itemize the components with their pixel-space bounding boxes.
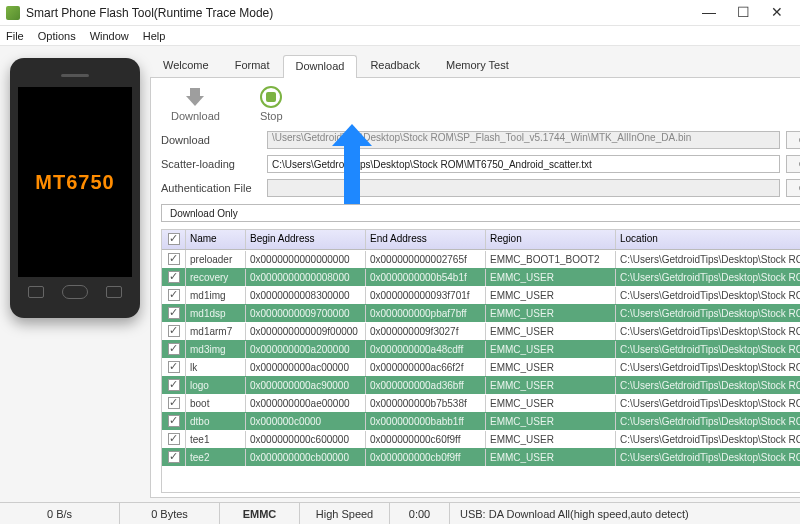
chip-label: MT6750 — [35, 171, 114, 194]
table-row[interactable]: md3img0x000000000a2000000x000000000a48cd… — [162, 340, 800, 358]
row-check[interactable] — [162, 322, 186, 340]
row-end: 0x000000000c60f9ff — [366, 431, 486, 448]
row-begin: 0x000000000cb00000 — [246, 449, 366, 466]
col-check-header[interactable] — [162, 230, 186, 249]
table-row[interactable]: md1img0x00000000083000000x000000000093f7… — [162, 286, 800, 304]
mode-select[interactable]: Download Only — [161, 204, 800, 222]
checkbox-icon[interactable] — [168, 307, 180, 319]
toolbar: Download Stop — [161, 86, 800, 128]
table-row[interactable]: tee10x000000000c6000000x000000000c60f9ff… — [162, 430, 800, 448]
row-check[interactable] — [162, 250, 186, 268]
row-region: EMMC_USER — [486, 359, 616, 376]
tab-welcome[interactable]: Welcome — [150, 54, 222, 77]
table-row[interactable]: preloader0x00000000000000000x00000000000… — [162, 250, 800, 268]
row-end: 0x000000000ad36bff — [366, 377, 486, 394]
stop-button[interactable]: Stop — [260, 86, 283, 122]
download-agent-row: Download \Users\GetdroidTips\Desktop\Sto… — [161, 131, 800, 149]
app-icon — [6, 6, 20, 20]
window-title: Smart Phone Flash Tool(Runtime Trace Mod… — [26, 6, 692, 20]
device-preview-pane: MT6750 — [0, 46, 150, 502]
minimize-button[interactable]: — — [692, 3, 726, 23]
close-button[interactable]: ✕ — [760, 3, 794, 23]
row-name: md1dsp — [186, 305, 246, 322]
row-check[interactable] — [162, 358, 186, 376]
row-name: dtbo — [186, 413, 246, 430]
row-check[interactable] — [162, 448, 186, 466]
table-row[interactable]: md1arm70x000000000009f000000x000000009f3… — [162, 322, 800, 340]
row-location: C:\Users\GetdroidTips\Desktop\Stock ROM\… — [616, 449, 800, 466]
table-row[interactable]: tee20x000000000cb000000x000000000cb0f9ff… — [162, 448, 800, 466]
status-storage: EMMC — [220, 503, 300, 524]
row-begin: 0x000000000ae00000 — [246, 395, 366, 412]
row-check[interactable] — [162, 430, 186, 448]
menu-file[interactable]: File — [6, 30, 24, 42]
col-end-header: End Address — [366, 230, 486, 249]
tab-memory-test[interactable]: Memory Test — [433, 54, 522, 77]
row-end: 0x000000000ac66f2f — [366, 359, 486, 376]
phone-speaker — [61, 74, 89, 77]
check-all-icon[interactable] — [168, 233, 180, 245]
menu-options[interactable]: Options — [38, 30, 76, 42]
table-row[interactable]: recovery0x00000000000080000x0000000000b5… — [162, 268, 800, 286]
choose-scatter[interactable]: choose — [786, 155, 800, 173]
row-check[interactable] — [162, 412, 186, 430]
download-button[interactable]: Download — [171, 86, 220, 122]
checkbox-icon[interactable] — [168, 415, 180, 427]
phone-buttons — [18, 277, 132, 299]
row-end: 0x000000000pbaf7bff — [366, 305, 486, 322]
checkbox-icon[interactable] — [168, 397, 180, 409]
checkbox-icon[interactable] — [168, 325, 180, 337]
table-row[interactable]: lk0x000000000ac000000x000000000ac66f2fEM… — [162, 358, 800, 376]
row-name: recovery — [186, 269, 246, 286]
scatter-input[interactable] — [267, 155, 780, 173]
menu-window[interactable]: Window — [90, 30, 129, 42]
checkbox-icon[interactable] — [168, 433, 180, 445]
tab-readback[interactable]: Readback — [357, 54, 433, 77]
row-end: 0x000000000a48cdff — [366, 341, 486, 358]
checkbox-icon[interactable] — [168, 271, 180, 283]
row-check[interactable] — [162, 340, 186, 358]
row-name: lk — [186, 359, 246, 376]
phone-menu-button — [28, 286, 44, 298]
tab-download[interactable]: Download — [283, 55, 358, 78]
checkbox-icon[interactable] — [168, 451, 180, 463]
partition-table: Name Begin Address End Address Region Lo… — [161, 229, 800, 493]
checkbox-icon[interactable] — [168, 289, 180, 301]
row-location: C:\Users\GetdroidTips\Desktop\Stock ROM\… — [616, 341, 800, 358]
row-check[interactable] — [162, 286, 186, 304]
table-row[interactable]: dtbo0x000000c00000x000000000babb1ffEMMC_… — [162, 412, 800, 430]
checkbox-icon[interactable] — [168, 361, 180, 373]
maximize-button[interactable]: ☐ — [726, 3, 760, 23]
row-region: EMMC_USER — [486, 431, 616, 448]
row-begin: 0x000000000ac00000 — [246, 359, 366, 376]
row-check[interactable] — [162, 376, 186, 394]
choose-auth[interactable]: choose — [786, 179, 800, 197]
row-name: md1arm7 — [186, 323, 246, 340]
table-row[interactable]: boot0x000000000ae000000x000000000b7b538f… — [162, 394, 800, 412]
row-end: 0x000000000093f701f — [366, 287, 486, 304]
table-row[interactable]: md1dsp0x00000000097000000x000000000pbaf7… — [162, 304, 800, 322]
row-name: md3img — [186, 341, 246, 358]
row-region: EMMC_BOOT1_BOOT2 — [486, 251, 616, 268]
choose-download-agent[interactable]: choose — [786, 131, 800, 149]
row-begin: 0x000000000a200000 — [246, 341, 366, 358]
row-end: 0x0000000000b54b1f — [366, 269, 486, 286]
row-region: EMMC_USER — [486, 449, 616, 466]
row-check[interactable] — [162, 268, 186, 286]
main-body: MT6750 Welcome Format Download Readback … — [0, 46, 800, 502]
row-region: EMMC_USER — [486, 323, 616, 340]
checkbox-icon[interactable] — [168, 253, 180, 265]
row-begin: 0x000000000ac90000 — [246, 377, 366, 394]
menu-help[interactable]: Help — [143, 30, 166, 42]
tab-format[interactable]: Format — [222, 54, 283, 77]
row-name: logo — [186, 377, 246, 394]
row-name: boot — [186, 395, 246, 412]
row-begin: 0x0000000000008000 — [246, 269, 366, 286]
col-begin-header: Begin Address — [246, 230, 366, 249]
table-row[interactable]: logo0x000000000ac900000x000000000ad36bff… — [162, 376, 800, 394]
checkbox-icon[interactable] — [168, 379, 180, 391]
checkbox-icon[interactable] — [168, 343, 180, 355]
row-check[interactable] — [162, 394, 186, 412]
row-end: 0x000000000002765f — [366, 251, 486, 268]
row-check[interactable] — [162, 304, 186, 322]
